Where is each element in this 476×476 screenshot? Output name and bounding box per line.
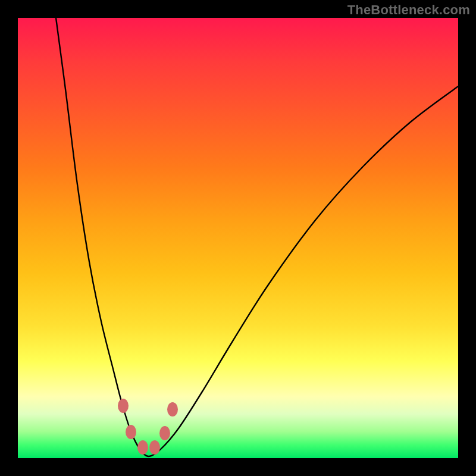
chart-frame: TheBottleneck.com <box>0 0 476 476</box>
marker-group <box>118 399 178 455</box>
bottleneck-curve <box>56 18 458 456</box>
curve-marker <box>126 425 136 439</box>
curve-marker <box>159 426 170 440</box>
watermark-text: TheBottleneck.com <box>347 2 470 18</box>
curve-marker <box>167 402 178 416</box>
curve-marker <box>137 440 148 455</box>
plot-area <box>18 18 458 458</box>
curve-marker <box>118 399 129 413</box>
curve-svg <box>18 18 458 458</box>
curve-marker <box>149 440 160 455</box>
